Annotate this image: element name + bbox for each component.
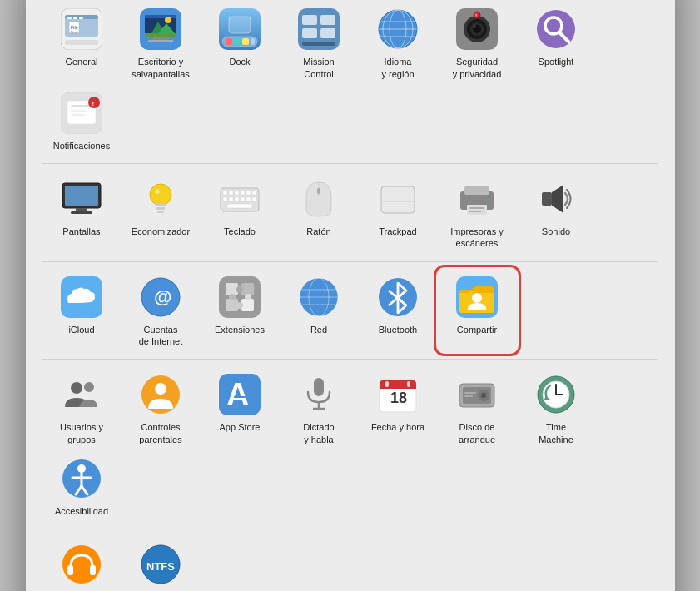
seguridad-icon: ! [454,6,500,52]
svg-rect-89 [542,192,552,206]
svg-point-101 [229,294,236,300]
svg-rect-28 [320,15,335,25]
pref-raton[interactable]: Ratón [280,171,359,255]
svg-rect-66 [223,191,227,195]
pref-pantallas[interactable]: Pantallas [42,171,122,255]
svg-text:!: ! [92,99,95,107]
red-icon [295,274,342,320]
svg-rect-87 [469,211,481,212]
svg-rect-94 [219,276,261,318]
svg-text:New: New [71,31,77,34]
svg-rect-25 [229,17,251,33]
pref-red[interactable]: Red [280,269,359,353]
cuentas-label: Cuentasde Internet [139,324,183,348]
svg-rect-58 [76,208,87,211]
section-row-5: MusicManager NTFS NTFS forMac OS X [42,529,658,591]
pref-extensiones[interactable]: Extensiones [201,269,280,353]
fecha-icon: 18 [375,371,421,418]
pref-musicmanager[interactable]: MusicManager [42,536,122,591]
pref-economizador[interactable]: Economizador [122,171,201,255]
svg-text:File: File [71,25,78,30]
pref-fecha[interactable]: 18 Fecha y hora [359,366,438,450]
teclado-icon [216,176,263,222]
pref-dock[interactable]: Dock [201,1,280,85]
svg-point-60 [150,184,171,206]
pref-spotlight[interactable]: Spotlight [517,1,596,85]
pref-notificaciones[interactable]: ! Notificaciones [42,85,122,156]
ntfs-icon: NTFS [137,541,184,588]
pref-escritorio[interactable]: Escritorio ysalvapantallas [122,1,201,85]
bluetooth-icon [375,274,421,320]
svg-text:18: 18 [390,390,407,406]
svg-rect-24 [251,38,255,45]
timemachine-icon [533,371,579,418]
svg-rect-70 [246,191,251,195]
svg-point-15 [165,17,171,23]
svg-rect-31 [302,42,335,46]
svg-rect-52 [71,110,87,112]
svg-rect-98 [241,299,254,311]
notificaciones-label: Notificaciones [53,140,110,151]
pantallas-label: Pantallas [62,226,100,237]
svg-text:A: A [226,377,249,412]
pref-ntfs[interactable]: NTFS NTFS forMac OS X [122,536,201,591]
section-row-3: iCloud @ Cuentasde Internet [42,262,658,360]
pref-cuentas[interactable]: @ Cuentasde Internet [122,269,201,353]
svg-rect-22 [234,38,241,45]
svg-rect-76 [246,197,251,201]
spotlight-label: Spotlight [539,56,574,67]
escritorio-label: Escritorio ysalvapantallas [132,56,190,80]
pref-appstore[interactable]: A App Store [201,366,280,450]
svg-rect-84 [464,186,489,195]
svg-rect-59 [71,211,92,214]
svg-point-99 [236,286,243,293]
svg-rect-77 [252,197,256,201]
svg-point-148 [62,545,101,584]
pref-usuarios[interactable]: Usuarios ygrupos [42,366,122,450]
pref-controles[interactable]: Controlesparentales [122,366,201,450]
extensiones-icon [216,274,263,320]
pref-trackpad[interactable]: Trackpad [359,171,438,255]
general-label: General [65,56,97,67]
pref-disco[interactable]: Disco dearranque [438,366,517,450]
compartir-label: Compartir [457,324,497,335]
svg-rect-86 [469,207,484,209]
general-icon: File New [58,6,105,52]
pref-impresoras[interactable]: Impresoras yescáneres [438,171,517,255]
pref-bluetooth[interactable]: Bluetooth [359,269,438,353]
pref-seguridad[interactable]: ! Seguridady privacidad [438,1,517,85]
raton-label: Ratón [306,226,330,237]
svg-rect-81 [381,186,415,213]
pref-accesibilidad[interactable]: Accesibilidad [42,450,122,522]
pref-compartir[interactable]: Compartir [438,269,517,353]
accesibilidad-icon [58,455,105,502]
teclado-label: Teclado [224,226,256,237]
pref-icloud[interactable]: iCloud [42,269,122,353]
pref-teclado[interactable]: Teclado [201,171,280,255]
pref-sonido[interactable]: Sonido [517,171,596,255]
mission-icon [295,6,342,52]
svg-point-102 [245,294,251,300]
svg-rect-127 [380,385,416,389]
svg-rect-63 [157,211,164,213]
trackpad-icon [375,176,421,222]
svg-rect-85 [467,205,487,215]
sonido-icon [533,176,579,222]
cuentas-icon: @ [137,274,184,320]
pref-timemachine[interactable]: TimeMachine [517,366,596,450]
svg-rect-95 [226,283,238,296]
svg-rect-4 [73,17,77,19]
accesibilidad-label: Accesibilidad [55,505,108,517]
pref-mission[interactable]: MissionControl [280,1,359,85]
pref-idioma[interactable]: Idiomay región [359,1,438,85]
preferences-content: File New General [26,0,675,591]
svg-rect-67 [229,191,233,195]
pref-dictado[interactable]: Dictadoy habla [280,366,359,450]
svg-rect-149 [67,565,73,575]
pref-general[interactable]: File New General [42,1,122,85]
icloud-label: iCloud [68,324,94,335]
svg-rect-61 [156,204,166,206]
svg-rect-62 [156,207,165,210]
red-label: Red [310,324,327,335]
svg-rect-73 [229,197,233,201]
